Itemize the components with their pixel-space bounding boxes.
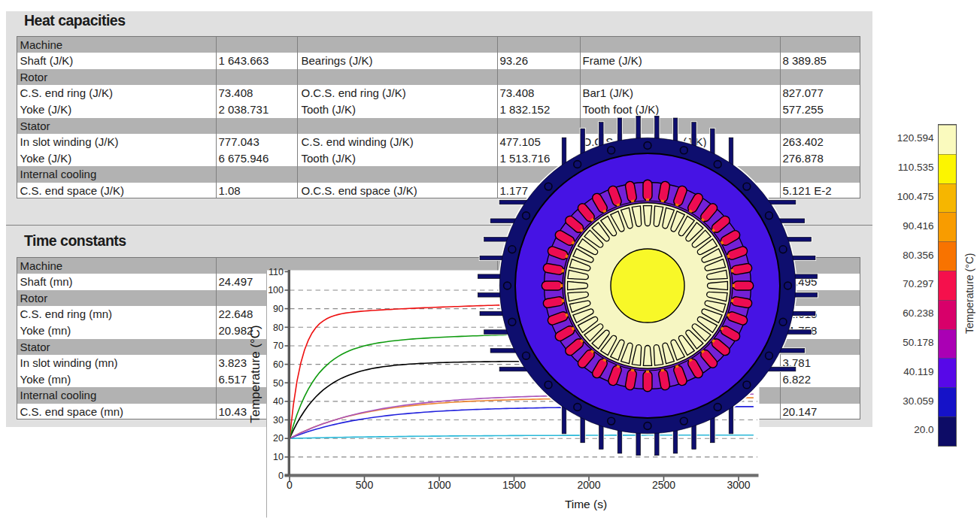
svg-text:90: 90 — [273, 304, 284, 314]
svg-text:Temperature (°C): Temperature (°C) — [248, 325, 262, 423]
svg-text:3000: 3000 — [727, 479, 750, 491]
svg-text:2000: 2000 — [577, 479, 600, 491]
svg-text:60: 60 — [273, 359, 284, 370]
svg-text:Time (s): Time (s) — [565, 498, 607, 510]
svg-text:70: 70 — [273, 341, 284, 351]
svg-text:0: 0 — [278, 471, 284, 481]
svg-text:1000: 1000 — [427, 479, 451, 491]
svg-text:1500: 1500 — [502, 479, 526, 491]
svg-text:100: 100 — [268, 285, 284, 295]
svg-text:40: 40 — [273, 396, 284, 407]
svg-text:2500: 2500 — [652, 479, 675, 491]
svg-text:80: 80 — [273, 323, 284, 333]
svg-text:10: 10 — [273, 452, 284, 462]
svg-text:30: 30 — [273, 415, 284, 426]
svg-text:50: 50 — [273, 378, 284, 389]
svg-text:110: 110 — [269, 267, 284, 277]
svg-text:0: 0 — [287, 479, 293, 491]
svg-text:500: 500 — [356, 479, 374, 491]
svg-text:20: 20 — [273, 433, 284, 444]
